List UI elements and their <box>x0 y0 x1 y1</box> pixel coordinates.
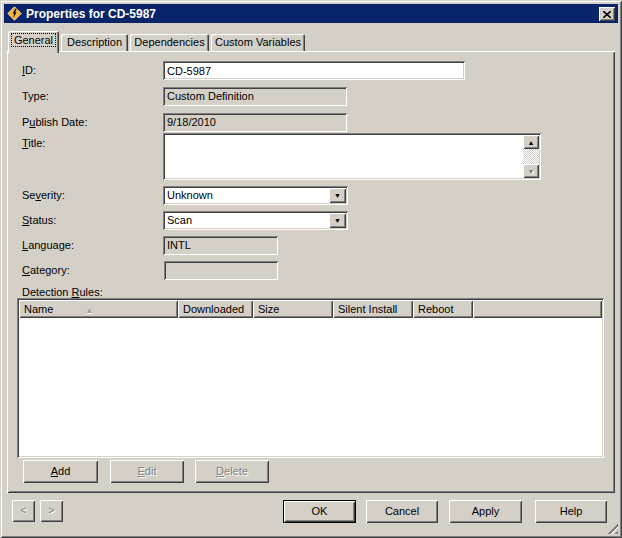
scroll-down-icon: ▼ <box>528 168 535 175</box>
titlebar[interactable]: Properties for CD-5987 <box>4 4 618 23</box>
window-title: Properties for CD-5987 <box>26 7 156 21</box>
tab-description[interactable]: Description <box>61 34 128 52</box>
tab-general[interactable]: General <box>8 31 59 53</box>
column-header-size[interactable]: Size <box>253 300 333 318</box>
category-field <box>164 261 278 280</box>
chevron-down-icon: ▼ <box>334 217 341 224</box>
chevron-right-icon: > <box>49 505 55 516</box>
tab-dependencies-label: Dependencies <box>134 36 204 48</box>
tab-general-label: General <box>11 33 56 47</box>
cancel-button[interactable]: Cancel <box>366 500 438 523</box>
status-label: Status: <box>22 214 56 227</box>
close-icon <box>603 11 611 18</box>
detection-rules-header: Name▲ Downloaded Size Silent Install Reb… <box>19 300 602 318</box>
edit-button[interactable]: Edit <box>110 460 184 483</box>
title-scrollbar[interactable]: ▲ ▼ <box>523 135 539 178</box>
close-button[interactable] <box>599 7 615 21</box>
title-textarea[interactable]: ▲ ▼ <box>163 133 541 180</box>
scroll-up-button[interactable]: ▲ <box>523 135 539 149</box>
title-label: Title: <box>22 137 45 150</box>
language-field: INTL <box>163 236 278 255</box>
previous-item-button[interactable]: < <box>12 500 35 522</box>
status-value: Scan <box>167 214 192 227</box>
chevron-left-icon: < <box>21 505 27 516</box>
add-button[interactable]: Add <box>23 460 98 483</box>
tab-dependencies[interactable]: Dependencies <box>130 34 209 52</box>
id-input[interactable] <box>163 61 465 80</box>
scroll-up-icon: ▲ <box>528 139 535 146</box>
column-header-silent-install[interactable]: Silent Install <box>333 300 413 318</box>
column-header-reboot[interactable]: Reboot <box>413 300 473 318</box>
severity-dropdown-button[interactable]: ▼ <box>329 188 346 203</box>
type-field: Custom Definition <box>163 87 347 106</box>
column-header-filler <box>473 300 602 318</box>
help-button[interactable]: Help <box>535 500 607 523</box>
severity-label: Severity: <box>22 189 65 202</box>
custom-definition-diamond-lightning-icon <box>7 6 22 21</box>
detection-rules-empty-area[interactable] <box>19 318 602 456</box>
properties-dialog: Properties for CD-5987 General Descripti… <box>0 0 622 538</box>
column-header-downloaded[interactable]: Downloaded <box>178 300 253 318</box>
delete-button[interactable]: Delete <box>195 460 269 483</box>
severity-dropdown[interactable]: Unknown ▼ <box>163 186 348 205</box>
language-label: Language: <box>22 239 74 252</box>
publish-date-field: 9/18/2010 <box>163 113 347 132</box>
severity-value: Unknown <box>167 189 213 202</box>
sort-ascending-icon: ▲ <box>85 306 93 315</box>
apply-button[interactable]: Apply <box>449 500 522 523</box>
category-label: Category: <box>22 264 70 277</box>
detection-rules-list[interactable]: Name▲ Downloaded Size Silent Install Reb… <box>17 298 604 458</box>
status-dropdown-button[interactable]: ▼ <box>329 213 346 228</box>
status-dropdown[interactable]: Scan ▼ <box>163 211 348 230</box>
chevron-down-icon: ▼ <box>334 192 341 199</box>
publish-date-label: Publish Date: <box>22 116 87 129</box>
type-label: Type: <box>22 90 49 103</box>
scroll-down-button[interactable]: ▼ <box>523 164 539 178</box>
tab-custom-variables[interactable]: Custom Variables <box>211 34 305 52</box>
tab-description-label: Description <box>67 36 122 48</box>
next-item-button[interactable]: > <box>40 500 63 522</box>
ok-button[interactable]: OK <box>283 500 356 523</box>
column-header-name[interactable]: Name▲ <box>19 300 178 318</box>
id-label: ID: <box>22 64 36 77</box>
tab-custom-variables-label: Custom Variables <box>215 36 301 48</box>
